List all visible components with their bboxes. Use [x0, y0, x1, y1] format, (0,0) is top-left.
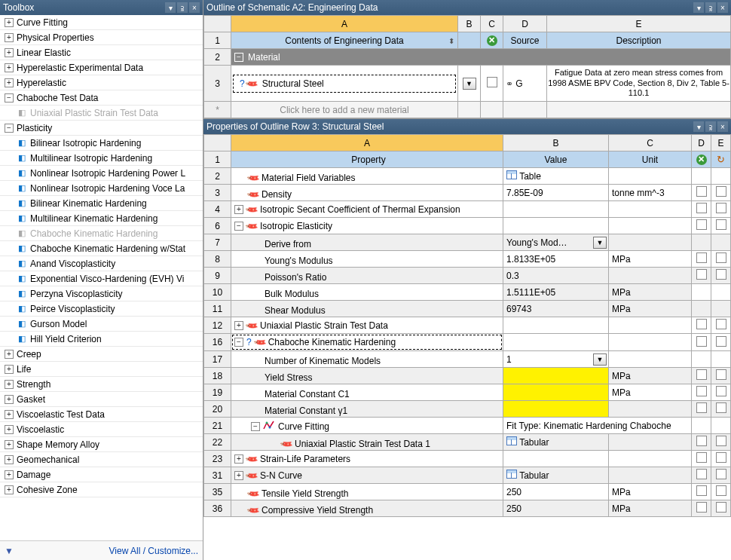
row-head[interactable]: 10 — [204, 284, 231, 301]
property-cell[interactable]: +🔖Uniaxial Plastic Strain Test Data — [231, 317, 503, 334]
unit-cell[interactable]: tonne mm^-3 — [609, 185, 692, 201]
toolbox-subitem[interactable]: ◧Anand Viscoplasticity — [0, 256, 203, 271]
d-cell[interactable] — [692, 401, 711, 418]
expander-icon[interactable]: − — [5, 124, 14, 133]
col-B-head[interactable]: B — [458, 16, 481, 32]
toolbox-category[interactable]: +Hyperelastic Experimental Data — [0, 60, 203, 75]
d-cell[interactable] — [692, 384, 711, 401]
d-cell[interactable] — [692, 418, 711, 434]
d-cell[interactable] — [692, 284, 711, 301]
unit-cell[interactable] — [609, 317, 692, 334]
expander-icon[interactable]: − — [234, 338, 243, 347]
expander-icon[interactable]: + — [5, 380, 14, 389]
expander-icon[interactable]: − — [251, 422, 260, 431]
col-B-head[interactable]: B — [503, 135, 609, 151]
checkbox[interactable] — [696, 219, 707, 230]
e-cell[interactable] — [711, 351, 731, 368]
unit-cell[interactable] — [609, 201, 692, 218]
toolbox-category[interactable]: +Strength — [0, 377, 203, 392]
checkbox[interactable] — [696, 402, 707, 413]
unit-cell[interactable] — [609, 351, 692, 368]
outline-grid[interactable]: A B C D E 1 Contents of Engineering Data… — [203, 15, 731, 118]
unit-cell[interactable]: MPa — [609, 368, 692, 384]
e-cell[interactable] — [711, 500, 731, 517]
expander-icon[interactable]: + — [5, 455, 14, 464]
property-cell[interactable]: 🔖Tensile Yield Strength — [231, 484, 503, 500]
toolbox-category[interactable]: +Physical Properties — [0, 30, 203, 45]
value-cell[interactable] — [503, 334, 609, 351]
row-head-1[interactable]: 1 — [204, 151, 231, 168]
dd-cell[interactable]: ▼ — [458, 66, 481, 102]
props-row[interactable]: 12+🔖Uniaxial Plastic Strain Test Data — [204, 317, 731, 334]
e-cell[interactable] — [711, 218, 731, 234]
props-row[interactable]: 3🔖Density7.85E-09tonne mm^-3 — [204, 185, 731, 201]
d-cell[interactable] — [692, 434, 711, 451]
expander-icon[interactable]: + — [5, 395, 14, 404]
e-cell[interactable] — [711, 467, 731, 484]
property-cell[interactable]: −Curve Fitting — [231, 418, 503, 434]
value-cell[interactable]: 69743 — [503, 301, 609, 317]
unit-cell[interactable] — [609, 467, 692, 484]
checkbox[interactable] — [696, 469, 707, 479]
row-head[interactable]: 16 — [204, 334, 231, 351]
material-group-header[interactable]: − Material — [231, 49, 731, 66]
props-row[interactable]: 7Derive fromYoung's Mod…▼ — [204, 234, 731, 251]
toolbox-category[interactable]: +Hyperelastic — [0, 75, 203, 90]
expander-icon[interactable]: + — [234, 471, 243, 480]
checkbox[interactable] — [716, 452, 726, 463]
props-row[interactable]: 35🔖Tensile Yield Strength250MPa — [204, 484, 731, 500]
row-head[interactable]: 21 — [204, 418, 231, 434]
e-cell[interactable] — [711, 317, 731, 334]
e-cell[interactable] — [711, 484, 731, 500]
property-cell[interactable]: 🔖Uniaxial Plastic Strain Test Data 1 — [231, 434, 503, 451]
expander-icon[interactable]: + — [5, 48, 14, 57]
props-row[interactable]: 22🔖Uniaxial Plastic Strain Test Data 1 T… — [204, 434, 731, 451]
expander-icon[interactable]: + — [5, 18, 14, 27]
property-cell[interactable]: Bulk Modulus — [231, 284, 503, 301]
unit-cell[interactable] — [609, 234, 692, 251]
checkbox[interactable] — [696, 502, 707, 513]
toolbox-category[interactable]: +Cohesive Zone — [0, 482, 203, 497]
value-cell[interactable]: Tabular — [503, 434, 609, 451]
property-cell[interactable]: Derive from — [231, 234, 503, 251]
row-head[interactable]: 23 — [204, 451, 231, 467]
value-cell[interactable] — [503, 384, 609, 401]
props-row[interactable]: 18Yield StressMPa — [204, 368, 731, 384]
row-head[interactable]: 18 — [204, 368, 231, 384]
col-D-head[interactable]: D — [692, 135, 711, 151]
e-cell[interactable] — [711, 451, 731, 467]
value-cell[interactable]: Table — [503, 168, 609, 185]
checkbox[interactable] — [716, 386, 726, 396]
unit-cell[interactable] — [609, 218, 692, 234]
props-row[interactable]: 36🔖Compressive Yield Strength250MPa — [204, 500, 731, 517]
checkbox[interactable] — [696, 269, 707, 280]
props-row[interactable]: 4+🔖Isotropic Secant Coefficient of Therm… — [204, 201, 731, 218]
property-cell[interactable]: Yield Stress — [231, 368, 503, 384]
checkbox[interactable] — [716, 369, 726, 380]
e-cell[interactable] — [711, 401, 731, 418]
props-row[interactable]: 10Bulk Modulus1.5111E+05MPa — [204, 284, 731, 301]
unit-cell[interactable]: MPa — [609, 284, 692, 301]
expander-icon[interactable]: + — [5, 410, 14, 419]
d-cell[interactable] — [692, 467, 711, 484]
d-cell[interactable] — [692, 251, 711, 268]
property-cell[interactable]: −?🔖Chaboche Kinematic Hardening — [231, 334, 503, 351]
d-cell[interactable] — [692, 451, 711, 467]
toolbox-category[interactable]: −Plasticity — [0, 121, 203, 136]
props-row[interactable]: 8Young's Modulus1.8133E+05MPa — [204, 251, 731, 268]
value-cell[interactable]: 1.5111E+05 — [503, 284, 609, 301]
expander-icon[interactable]: − — [234, 222, 243, 231]
value-cell[interactable]: 7.85E-09 — [503, 185, 609, 201]
checkbox[interactable] — [696, 452, 707, 463]
checkbox[interactable] — [716, 219, 726, 230]
e-cell[interactable] — [711, 384, 731, 401]
pin-btn[interactable]: ⫊ — [177, 2, 188, 13]
property-cell[interactable]: 🔖Material Field Variables — [231, 168, 503, 185]
value-cell[interactable]: 250 — [503, 484, 609, 500]
row-head[interactable]: 11 — [204, 301, 231, 317]
col-C-head[interactable]: C — [481, 16, 503, 32]
props-row[interactable]: 21−Curve FittingFit Type: Kinematic Hard… — [204, 418, 731, 434]
dropdown-icon[interactable]: ▼ — [593, 353, 607, 366]
unit-cell[interactable] — [609, 434, 692, 451]
dropdown-btn[interactable]: ▾ — [693, 121, 704, 132]
